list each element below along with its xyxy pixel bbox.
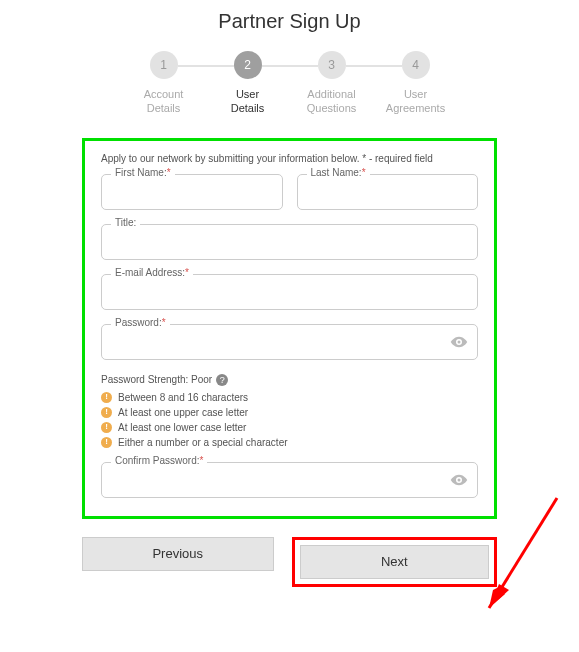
step-connector (262, 65, 318, 67)
button-row: Previous Next (82, 537, 497, 587)
password-input[interactable] (101, 324, 478, 360)
step-number: 1 (150, 51, 178, 79)
confirm-password-field-wrapper: Confirm Password:* (101, 462, 478, 498)
eye-icon[interactable] (450, 333, 468, 351)
password-rule: !At least one lower case letter (101, 420, 478, 435)
password-label: Password:* (111, 317, 170, 328)
email-field-wrapper: E-mail Address:* (101, 274, 478, 310)
svg-marker-1 (489, 590, 505, 608)
title-input[interactable] (101, 224, 478, 260)
email-input[interactable] (101, 274, 478, 310)
password-strength-label: Password Strength: Poor (101, 374, 212, 385)
next-button-highlight: Next (292, 537, 498, 587)
step-number: 4 (402, 51, 430, 79)
step-label: Additional Questions (307, 87, 357, 116)
email-label: E-mail Address:* (111, 267, 193, 278)
step-number: 3 (318, 51, 346, 79)
step-user-details: 2 User Details (206, 51, 290, 116)
warning-icon: ! (101, 437, 112, 448)
step-connector (346, 65, 402, 67)
password-strength-row: Password Strength: Poor ? (101, 374, 478, 386)
progress-stepper: 1 Account Details 2 User Details 3 Addit… (0, 51, 579, 116)
form-panel-highlight: Apply to our network by submitting your … (82, 138, 497, 519)
password-rule: !At least one upper case letter (101, 405, 478, 420)
next-button[interactable]: Next (300, 545, 490, 579)
password-rules-list: !Between 8 and 16 characters !At least o… (101, 390, 478, 450)
password-rule: !Either a number or a special character (101, 435, 478, 450)
form-instructions: Apply to our network by submitting your … (101, 153, 478, 164)
warning-icon: ! (101, 407, 112, 418)
step-label: User Agreements (386, 87, 445, 116)
step-label: User Details (231, 87, 265, 116)
last-name-label: Last Name:* (307, 167, 370, 178)
first-name-field-wrapper: First Name:* (101, 174, 283, 210)
step-user-agreements: 4 User Agreements (374, 51, 458, 116)
step-connector (178, 65, 234, 67)
svg-line-0 (489, 498, 557, 608)
first-name-input[interactable] (101, 174, 283, 210)
step-number: 2 (234, 51, 262, 79)
title-label: Title: (111, 217, 140, 228)
warning-icon: ! (101, 422, 112, 433)
help-icon[interactable]: ? (216, 374, 228, 386)
warning-icon: ! (101, 392, 112, 403)
eye-icon[interactable] (450, 471, 468, 489)
title-field-wrapper: Title: (101, 224, 478, 260)
step-additional-questions: 3 Additional Questions (290, 51, 374, 116)
password-field-wrapper: Password:* (101, 324, 478, 360)
step-account-details: 1 Account Details (122, 51, 206, 116)
previous-button[interactable]: Previous (82, 537, 274, 571)
confirm-password-input[interactable] (101, 462, 478, 498)
last-name-field-wrapper: Last Name:* (297, 174, 479, 210)
confirm-password-label: Confirm Password:* (111, 455, 207, 466)
first-name-label: First Name:* (111, 167, 175, 178)
password-rule: !Between 8 and 16 characters (101, 390, 478, 405)
last-name-input[interactable] (297, 174, 479, 210)
svg-marker-2 (489, 586, 501, 608)
step-label: Account Details (144, 87, 184, 116)
page-title: Partner Sign Up (0, 0, 579, 51)
